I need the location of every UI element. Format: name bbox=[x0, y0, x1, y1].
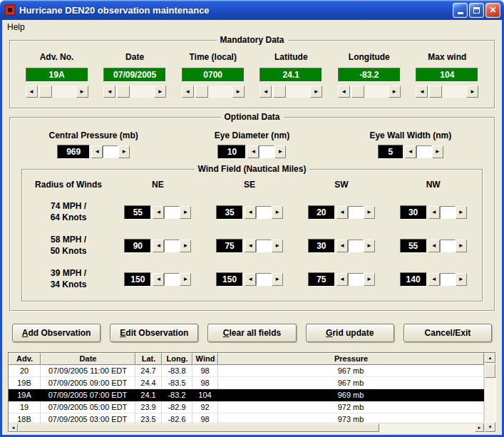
scroll-left-icon[interactable]: ◄ bbox=[9, 423, 18, 432]
spin-box[interactable] bbox=[103, 145, 118, 158]
scroll-right-icon[interactable]: ► bbox=[232, 86, 245, 98]
date-scrollbar[interactable]: ◄ ► bbox=[103, 86, 166, 98]
table-row[interactable]: 20 07/09/2005 11:00 EDT 24.7 -83.8 98 96… bbox=[9, 365, 484, 377]
col-header-adv[interactable]: Adv. bbox=[9, 353, 41, 365]
spin-box[interactable] bbox=[416, 145, 432, 158]
close-button[interactable]: ✕ bbox=[485, 3, 500, 18]
time-local-scrollbar[interactable]: ◄ ► bbox=[182, 86, 245, 98]
wf-58-nw-spinner[interactable]: ◄► bbox=[428, 240, 467, 252]
scroll-left-icon[interactable]: ◄ bbox=[182, 86, 194, 98]
col-header-pressure[interactable]: Pressure bbox=[218, 353, 484, 365]
table-row[interactable]: 19B 07/09/2005 09:00 EDT 24.4 -83.5 98 9… bbox=[9, 377, 484, 389]
spin-left-icon[interactable]: ◄ bbox=[245, 206, 256, 219]
spin-left-icon[interactable]: ◄ bbox=[91, 145, 103, 158]
hurricane-icon[interactable] bbox=[4, 4, 16, 16]
scroll-track[interactable] bbox=[115, 86, 154, 98]
spin-left-icon[interactable]: ◄ bbox=[153, 240, 164, 252]
scroll-right-icon[interactable]: ► bbox=[389, 86, 401, 98]
spin-right-icon[interactable]: ► bbox=[118, 145, 130, 158]
wf-58-se-spinner[interactable]: ◄► bbox=[245, 240, 283, 252]
table-row-selected[interactable]: 19A 07/09/2005 07:00 EDT 24.1 -83.2 104 … bbox=[9, 389, 484, 401]
scroll-right-icon[interactable]: ► bbox=[310, 86, 322, 98]
table-row[interactable]: 19 07/09/2005 05:00 EDT 23.9 -82.9 92 97… bbox=[9, 401, 484, 413]
scroll-track[interactable] bbox=[194, 86, 232, 98]
scroll-track[interactable] bbox=[485, 363, 495, 422]
spin-right-icon[interactable]: ► bbox=[272, 240, 283, 252]
spin-box[interactable] bbox=[348, 206, 364, 219]
scroll-left-icon[interactable]: ◄ bbox=[26, 86, 38, 98]
wf-74-se-spinner[interactable]: ◄► bbox=[245, 206, 283, 219]
spin-box[interactable] bbox=[259, 145, 274, 158]
spin-box[interactable] bbox=[348, 240, 364, 252]
spin-box[interactable] bbox=[440, 273, 456, 286]
cancel-exit-button[interactable]: Cancel/Exit bbox=[403, 324, 492, 342]
spin-right-icon[interactable]: ► bbox=[180, 273, 191, 286]
spin-right-icon[interactable]: ► bbox=[274, 145, 286, 158]
wf-74-ne-spinner[interactable]: ◄► bbox=[153, 206, 191, 219]
col-header-wind[interactable]: Wind bbox=[192, 353, 218, 365]
eye-diameter-spinner[interactable]: ◄ ► bbox=[247, 145, 286, 158]
wf-74-sw-spinner[interactable]: ◄► bbox=[336, 206, 375, 219]
wf-39-ne-spinner[interactable]: ◄► bbox=[153, 273, 191, 286]
spin-right-icon[interactable]: ► bbox=[364, 240, 375, 252]
scroll-track[interactable] bbox=[350, 86, 389, 98]
scroll-right-icon[interactable]: ► bbox=[475, 423, 484, 432]
spin-left-icon[interactable]: ◄ bbox=[247, 145, 259, 158]
spin-box[interactable] bbox=[164, 240, 180, 252]
scroll-track[interactable] bbox=[272, 86, 310, 98]
menu-help[interactable]: Help bbox=[2, 21, 30, 34]
spin-left-icon[interactable]: ◄ bbox=[428, 273, 440, 286]
latitude-scrollbar[interactable]: ◄ ► bbox=[259, 86, 322, 98]
scroll-thumb[interactable] bbox=[273, 86, 286, 98]
spin-left-icon[interactable]: ◄ bbox=[245, 273, 256, 286]
wf-39-sw-spinner[interactable]: ◄► bbox=[336, 273, 375, 286]
wf-39-se-spinner[interactable]: ◄► bbox=[245, 273, 283, 286]
spin-box[interactable] bbox=[440, 206, 456, 219]
scroll-thumb[interactable] bbox=[485, 364, 495, 378]
adv-no-scrollbar[interactable]: ◄ ► bbox=[26, 86, 88, 98]
spin-left-icon[interactable]: ◄ bbox=[336, 240, 348, 252]
spin-left-icon[interactable]: ◄ bbox=[428, 240, 440, 252]
table-horizontal-scrollbar[interactable]: ◄ ► bbox=[9, 423, 484, 432]
scroll-up-icon[interactable]: ▲ bbox=[485, 353, 495, 363]
clear-all-fields-button[interactable]: Clear all fields bbox=[207, 324, 296, 342]
spin-right-icon[interactable]: ► bbox=[432, 145, 443, 158]
add-observation-button[interactable]: Add Observation bbox=[12, 324, 101, 342]
spin-left-icon[interactable]: ◄ bbox=[153, 273, 164, 286]
spin-left-icon[interactable]: ◄ bbox=[245, 240, 256, 252]
scroll-thumb[interactable] bbox=[117, 86, 130, 98]
col-header-lat[interactable]: Lat. bbox=[135, 353, 162, 365]
spin-box[interactable] bbox=[348, 273, 364, 286]
scroll-right-icon[interactable]: ► bbox=[76, 86, 88, 98]
spin-right-icon[interactable]: ► bbox=[180, 206, 191, 219]
edit-observation-button[interactable]: Edit Observation bbox=[110, 324, 198, 342]
scroll-track[interactable] bbox=[38, 86, 76, 98]
spin-box[interactable] bbox=[256, 206, 272, 219]
scroll-track[interactable] bbox=[379, 423, 475, 432]
title-bar[interactable]: Hurricane DEN20 observation maintenance … bbox=[0, 0, 504, 20]
eye-wall-width-spinner[interactable]: ◄ ► bbox=[405, 145, 443, 158]
col-header-date[interactable]: Date bbox=[41, 353, 135, 365]
minimize-button[interactable] bbox=[453, 3, 468, 18]
spin-left-icon[interactable]: ◄ bbox=[428, 206, 440, 219]
spin-left-icon[interactable]: ◄ bbox=[153, 206, 164, 219]
scroll-left-icon[interactable]: ◄ bbox=[416, 86, 428, 98]
wf-74-nw-spinner[interactable]: ◄► bbox=[428, 206, 467, 219]
scroll-thumb[interactable] bbox=[18, 423, 379, 432]
scroll-left-icon[interactable]: ◄ bbox=[259, 86, 272, 98]
spin-right-icon[interactable]: ► bbox=[180, 240, 191, 252]
spin-right-icon[interactable]: ► bbox=[272, 206, 283, 219]
spin-left-icon[interactable]: ◄ bbox=[405, 145, 416, 158]
spin-right-icon[interactable]: ► bbox=[272, 273, 283, 286]
scroll-thumb[interactable] bbox=[351, 86, 364, 98]
table-row[interactable]: 18B 07/09/2005 03:00 EDT 23.5 -82.6 98 9… bbox=[9, 413, 484, 423]
longitude-scrollbar[interactable]: ◄ ► bbox=[338, 86, 401, 98]
spin-right-icon[interactable]: ► bbox=[364, 273, 375, 286]
spin-box[interactable] bbox=[164, 273, 180, 286]
spin-box[interactable] bbox=[256, 240, 272, 252]
scroll-right-icon[interactable]: ► bbox=[466, 86, 478, 98]
spin-right-icon[interactable]: ► bbox=[456, 206, 467, 219]
spin-box[interactable] bbox=[164, 206, 180, 219]
scroll-track[interactable] bbox=[428, 86, 466, 98]
spin-left-icon[interactable]: ◄ bbox=[336, 206, 348, 219]
